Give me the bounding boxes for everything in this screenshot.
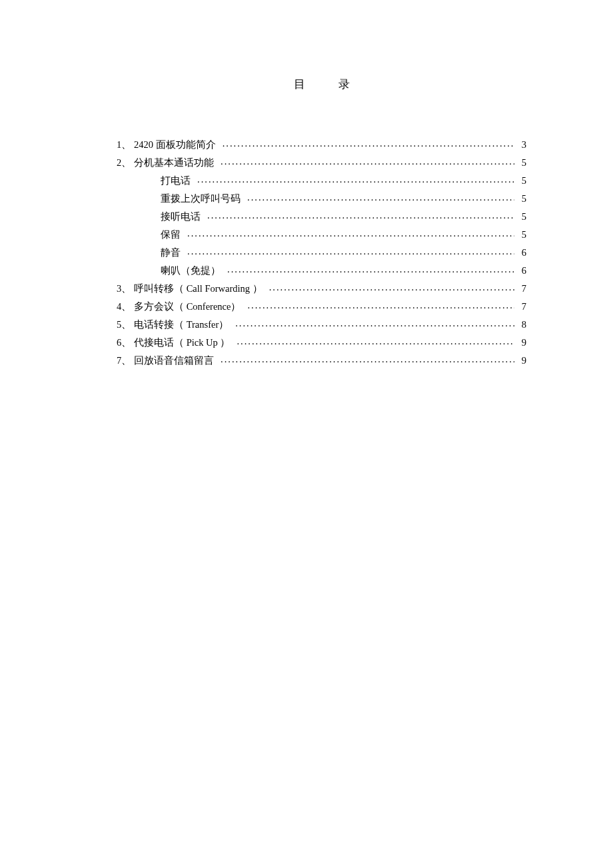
toc-page-number: 5 — [514, 194, 526, 204]
toc-leader — [220, 139, 514, 148]
toc-number: 2、 — [117, 158, 134, 168]
toc-page-number: 9 — [514, 338, 526, 348]
toc-leader — [205, 211, 514, 220]
toc-row: 保留5 — [117, 228, 526, 240]
toc-label: 呼叫转移（ Call Forwarding ） — [134, 284, 267, 294]
toc-label: 接听电话 — [134, 212, 205, 222]
toc-number: 5、 — [117, 320, 134, 330]
toc-page-number: 7 — [514, 284, 526, 294]
toc-label: 电话转接（ Transfer） — [134, 320, 233, 330]
toc-row: 6、代接电话（ Pick Up ）9 — [117, 336, 526, 348]
toc-leader — [225, 264, 514, 274]
toc-page-number: 5 — [514, 212, 526, 222]
toc-row: 打电话5 — [117, 175, 526, 186]
toc-number: 4、 — [117, 302, 134, 312]
toc-label: 回放语音信箱留言 — [134, 356, 218, 366]
toc-row: 4、多方会议（ Conference）7 — [117, 300, 526, 312]
toc-page-number: 9 — [514, 356, 526, 366]
toc-label: 静音 — [134, 248, 185, 258]
toc-number: 1、 — [117, 140, 134, 150]
toc-row: 2、分机基本通话功能5 — [117, 157, 526, 168]
toc-leader — [267, 282, 514, 292]
toc-label: 打电话 — [134, 176, 195, 186]
toc-label: 多方会议（ Conference） — [134, 302, 245, 312]
toc-page-number: 5 — [514, 176, 526, 186]
toc-leader — [195, 175, 514, 184]
toc-label: 重拨上次呼叫号码 — [134, 194, 245, 204]
toc-page-number: 6 — [514, 266, 526, 276]
toc-page-number: 3 — [514, 140, 526, 150]
toc-row: 喇叭（免提）6 — [117, 264, 526, 276]
page-title: 目录 — [117, 77, 526, 92]
toc-label: 代接电话（ Pick Up ） — [134, 338, 234, 348]
toc-row: 接听电话5 — [117, 211, 526, 222]
toc-row: 5、电话转接（ Transfer）8 — [117, 318, 526, 330]
toc-label: 保留 — [134, 230, 185, 240]
toc-label: 2420 面板功能简介 — [134, 140, 220, 150]
table-of-contents: 1、2420 面板功能简介32、分机基本通话功能5打电话5重拨上次呼叫号码5接听… — [117, 139, 526, 366]
toc-leader — [234, 336, 514, 346]
toc-number: 6、 — [117, 338, 134, 348]
toc-leader — [245, 193, 514, 202]
toc-page-number: 5 — [514, 230, 526, 240]
toc-leader — [185, 228, 514, 238]
toc-page-number: 5 — [514, 158, 526, 168]
toc-leader — [245, 300, 514, 310]
toc-page-number: 8 — [514, 320, 526, 330]
toc-number: 7、 — [117, 356, 134, 366]
toc-row: 1、2420 面板功能简介3 — [117, 139, 526, 150]
toc-page-number: 6 — [514, 248, 526, 258]
toc-leader — [185, 246, 514, 256]
toc-page-number: 7 — [514, 302, 526, 312]
toc-number: 3、 — [117, 284, 134, 294]
toc-row: 静音6 — [117, 246, 526, 258]
toc-label: 喇叭（免提） — [134, 266, 225, 276]
toc-leader — [233, 318, 514, 328]
toc-leader — [218, 354, 514, 364]
toc-row: 重拨上次呼叫号码5 — [117, 193, 526, 204]
toc-label: 分机基本通话功能 — [134, 158, 218, 168]
toc-leader — [218, 157, 514, 166]
toc-row: 7、回放语音信箱留言9 — [117, 354, 526, 366]
toc-row: 3、呼叫转移（ Call Forwarding ）7 — [117, 282, 526, 294]
